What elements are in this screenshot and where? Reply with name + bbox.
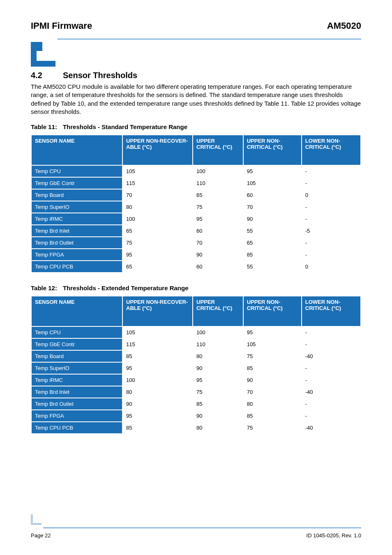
table-cell: 95 [123, 363, 192, 374]
table-cell: 85 [244, 410, 301, 421]
table-cell: 105 [123, 166, 192, 177]
table-cell: - [302, 327, 360, 338]
table-cell: 95 [123, 249, 192, 260]
table-row: Temp FPGA959085- [32, 249, 360, 260]
footer-logo [31, 514, 42, 525]
table-cell: - [302, 375, 360, 386]
table-cell: 85 [244, 249, 301, 260]
column-header: UPPER NON-RECOVER-ABLE (°C) [123, 296, 192, 326]
table-cell: - [302, 410, 360, 421]
table-cell: 80 [123, 386, 192, 398]
page-header: IPMI Firmware AM5020 [31, 21, 361, 31]
table-cell: 60 [193, 225, 243, 236]
table-cell: 70 [244, 201, 301, 213]
table-cell: 60 [193, 261, 243, 272]
table-cell: 0 [302, 261, 360, 272]
table-cell: 0 [302, 190, 360, 201]
row-header: Temp iRMC [32, 375, 122, 386]
table-row: Temp iRMC1009590- [32, 375, 360, 386]
table-cell: -40 [302, 386, 360, 398]
table-cell: - [302, 213, 360, 224]
table-row: Temp SuperIO807570- [32, 201, 360, 213]
table-cell: 80 [193, 422, 243, 433]
table-cell: 75 [244, 351, 301, 362]
table-cell: 65 [193, 190, 243, 201]
row-header: Temp Brd Inlet [32, 386, 122, 398]
table12: SENSOR NAMEUPPER NON-RECOVER-ABLE (°C)UP… [31, 296, 361, 434]
row-header: Temp CPU [32, 166, 122, 177]
table-cell: 80 [123, 201, 192, 213]
table-cell: -40 [302, 422, 360, 433]
table12-caption: Table 12: Thresholds - Extended Temperat… [31, 284, 361, 291]
column-header: SENSOR NAME [32, 135, 122, 165]
table-cell: 85 [123, 422, 192, 433]
table11-caption-label: Table 11: [31, 123, 57, 130]
table-row: Temp GbE Contr115110105- [32, 339, 360, 350]
table-cell: 70 [244, 386, 301, 398]
table-cell: 75 [123, 237, 192, 248]
table-row: Temp iRMC1009590- [32, 213, 360, 224]
table-cell: 70 [193, 237, 243, 248]
table-row: Temp Brd Inlet656055-5 [32, 225, 360, 236]
table-cell: 105 [244, 178, 301, 189]
row-header: Temp iRMC [32, 213, 122, 224]
table-cell: 100 [193, 327, 243, 338]
table-cell: 90 [193, 410, 243, 421]
table-cell: 65 [123, 261, 192, 272]
table-cell: 60 [244, 190, 301, 201]
table-cell: 90 [244, 375, 301, 386]
column-header: UPPER CRITICAL (°C) [193, 296, 243, 326]
table-cell: 55 [244, 261, 301, 272]
table-cell: - [302, 249, 360, 260]
table12-caption-label: Table 12: [31, 284, 57, 291]
table-cell: -5 [302, 225, 360, 236]
column-header: UPPER NON-RECOVER-ABLE (°C) [123, 135, 192, 165]
table-cell: 75 [244, 422, 301, 433]
table-cell: 95 [193, 375, 243, 386]
table-cell: - [302, 166, 360, 177]
table-row: Temp CPU PCB858075-40 [32, 422, 360, 433]
row-header: Temp GbE Contr [32, 178, 122, 189]
row-header: Temp CPU PCB [32, 261, 122, 272]
table-cell: 100 [123, 213, 192, 224]
table-cell: - [302, 363, 360, 374]
table-row: Temp SuperIO959085- [32, 363, 360, 374]
footer-left: Page 22 [31, 532, 51, 539]
table-cell: - [302, 237, 360, 248]
row-header: Temp Brd Inlet [32, 225, 122, 236]
table11: SENSOR NAMEUPPER NON-RECOVER-ABLE (°C)UP… [31, 134, 361, 273]
row-header: Temp CPU PCB [32, 422, 122, 433]
table-cell: 80 [244, 398, 301, 409]
row-header: Temp FPGA [32, 410, 122, 421]
column-header: UPPER CRITICAL (°C) [193, 135, 243, 165]
row-header: Temp SuperIO [32, 201, 122, 213]
table-cell: 75 [193, 201, 243, 213]
table-cell: 105 [244, 339, 301, 350]
table-cell: 95 [244, 166, 301, 177]
logo [31, 42, 361, 67]
table-cell: 95 [123, 410, 192, 421]
header-left: IPMI Firmware [31, 21, 92, 31]
section-title: Sensor Thresholds [63, 71, 137, 80]
table-cell: 110 [193, 178, 243, 189]
column-header: SENSOR NAME [32, 296, 122, 326]
table-cell: 65 [244, 237, 301, 248]
footer-rule [43, 527, 361, 528]
table-cell: 115 [123, 178, 192, 189]
row-header: Temp Board [32, 190, 122, 201]
row-header: Temp Board [32, 351, 122, 362]
table-cell: 115 [123, 339, 192, 350]
table-cell: 75 [193, 386, 243, 398]
table-cell: 85 [244, 363, 301, 374]
table-cell: 65 [123, 225, 192, 236]
section-heading: 4.2 Sensor Thresholds [31, 71, 361, 80]
table-cell: 110 [193, 339, 243, 350]
table-cell: 100 [123, 375, 192, 386]
table-cell: 90 [123, 398, 192, 409]
table-row: Temp CPU PCB6560550 [32, 261, 360, 272]
footer-right: ID 1045-0205, Rev. 1.0 [307, 532, 361, 539]
table-cell: 100 [193, 166, 243, 177]
table-row: Temp CPU10510095- [32, 166, 360, 177]
table-row: Temp Board858075-40 [32, 351, 360, 362]
table-cell: - [302, 339, 360, 350]
